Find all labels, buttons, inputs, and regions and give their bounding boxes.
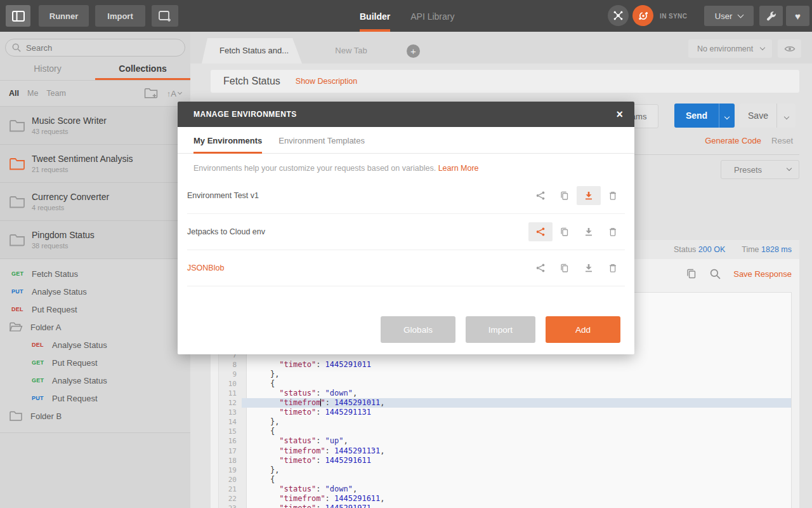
tab-collections[interactable]: Collections [95, 60, 190, 80]
share-icon [535, 190, 546, 201]
request-item[interactable]: GETPut Request [0, 354, 190, 371]
code-line[interactable]: 15 { [219, 427, 791, 436]
add-folder-button[interactable] [144, 88, 158, 99]
sort-button[interactable]: ↑A [167, 89, 181, 98]
sidebar-toggle-button[interactable] [6, 5, 30, 27]
line-number: 20 [219, 475, 242, 485]
request-item[interactable]: DELPut Request [0, 300, 190, 318]
request-item[interactable]: PUTAnalyse Status [0, 283, 190, 300]
code-line[interactable]: 13 "timeto": 1445291131 [219, 408, 791, 417]
request-tab-new[interactable]: New Tab [301, 38, 401, 64]
tab-history[interactable]: History [0, 60, 95, 80]
filter-all[interactable]: All [9, 89, 19, 98]
environment-name[interactable]: Environment Test v1 [187, 191, 259, 200]
code-line[interactable]: 14 }, [219, 417, 791, 427]
folder-item[interactable]: Folder A [0, 318, 190, 336]
code-line[interactable]: 16 "status": "up", [219, 436, 791, 446]
learn-more-link[interactable]: Learn More [438, 164, 479, 173]
filter-me[interactable]: Me [27, 89, 38, 98]
delete-environment-button[interactable] [601, 186, 625, 205]
save-button[interactable]: Save [740, 104, 776, 128]
code-line[interactable]: 17 "timefrom": 1445291131, [219, 446, 791, 456]
runner-button[interactable]: Runner [39, 5, 89, 27]
request-name: Analyse Status [32, 287, 87, 297]
reset-link[interactable]: Reset [771, 136, 793, 145]
trash-icon [608, 190, 618, 201]
close-icon[interactable]: × [616, 109, 623, 120]
settings-button[interactable] [759, 6, 783, 26]
copy-response-button[interactable] [686, 268, 697, 279]
add-tab-button[interactable]: + [407, 44, 420, 58]
duplicate-icon [560, 190, 570, 201]
duplicate-environment-button[interactable] [553, 222, 577, 241]
import-button[interactable]: Import [95, 5, 145, 27]
collection-item[interactable]: Tweet Sentiment Analysis21 requests [0, 145, 190, 183]
tab-environment-templates[interactable]: Environment Templates [278, 127, 365, 154]
request-item[interactable]: PUTPut Request [0, 389, 190, 407]
time-value: 1828 ms [761, 245, 792, 254]
modal-tabs: My Environments Environment Templates [178, 127, 634, 154]
share-environment-button[interactable] [528, 258, 553, 277]
share-environment-button[interactable] [528, 186, 553, 205]
tab-my-environments[interactable]: My Environments [193, 127, 262, 154]
import-environment-button[interactable]: Import [466, 316, 535, 343]
environment-selector[interactable]: No environment [688, 39, 772, 58]
collection-item[interactable]: Pingdom Status38 requests [0, 221, 190, 259]
filter-team[interactable]: Team [46, 89, 66, 98]
code-line[interactable]: 23 "timeto": 1445291971 [219, 504, 791, 508]
environment-preview-button[interactable] [778, 39, 801, 58]
search-response-button[interactable] [710, 269, 721, 279]
line-content: }, [242, 465, 791, 475]
request-item[interactable]: GETAnalyse Status [0, 371, 190, 389]
download-environment-button[interactable] [577, 186, 601, 205]
request-name: Put Request [52, 358, 98, 368]
save-options-button[interactable] [776, 104, 796, 128]
folder-item[interactable]: Folder B [0, 407, 190, 425]
code-line[interactable]: 8 "timeto": 1445291011 [219, 360, 791, 370]
collection-item[interactable]: Currency Converter4 requests [0, 183, 190, 221]
new-window-button[interactable] [152, 5, 178, 27]
code-line[interactable]: 9 }, [219, 370, 791, 379]
window-plus-icon [159, 10, 171, 22]
line-content: "timeto": 1445291971 [242, 504, 791, 508]
nav-tab-api-library[interactable]: API Library [410, 0, 454, 32]
delete-environment-button[interactable] [601, 258, 625, 277]
download-environment-button[interactable] [577, 222, 601, 241]
duplicate-environment-button[interactable] [553, 258, 577, 277]
code-line[interactable]: 19 }, [219, 465, 791, 475]
code-line[interactable]: 10 { [219, 379, 791, 389]
send-button[interactable]: Send [674, 104, 719, 128]
add-environment-button[interactable]: Add [546, 316, 620, 343]
code-line[interactable]: 20 { [219, 475, 791, 485]
environment-name[interactable]: JSONBlob [187, 264, 224, 272]
environment-name[interactable]: Jetpacks to Cloud env [187, 227, 265, 236]
generate-code-link[interactable]: Generate Code [705, 136, 761, 145]
download-environment-button[interactable] [577, 258, 601, 277]
code-line[interactable]: 21 "status": "down", [219, 485, 791, 494]
code-line[interactable]: 12 "timefrom": 1445291011, [219, 398, 791, 408]
user-menu-button[interactable]: User [704, 6, 754, 26]
proxy-button[interactable] [608, 5, 629, 26]
code-line[interactable]: 11 "status": "down", [219, 389, 791, 398]
request-tab-active[interactable]: Fetch Status and... [202, 38, 302, 64]
request-item[interactable]: DELAnalyse Status [0, 336, 190, 354]
code-line[interactable]: 18 "timeto": 1445291611 [219, 456, 791, 465]
save-response-link[interactable]: Save Response [733, 269, 792, 279]
duplicate-environment-button[interactable] [553, 186, 577, 205]
send-options-button[interactable] [719, 104, 735, 128]
line-number: 16 [219, 436, 242, 446]
code-line[interactable]: 22 "timefrom": 1445291611, [219, 494, 791, 504]
globals-button[interactable]: Globals [381, 316, 455, 343]
nav-tab-builder[interactable]: Builder [360, 0, 390, 32]
request-item[interactable]: GETFetch Status [0, 265, 190, 283]
favorites-button[interactable]: ♥ [786, 6, 809, 26]
sync-button[interactable] [632, 5, 653, 26]
status-item: Status 200 OK [674, 245, 725, 254]
collection-item[interactable]: Music Score Writer43 requests [0, 107, 190, 145]
delete-environment-button[interactable] [601, 222, 625, 241]
show-description-link[interactable]: Show Description [296, 77, 357, 86]
search-input[interactable] [26, 43, 178, 53]
method-badge: PUT [11, 288, 32, 295]
presets-dropdown[interactable]: Presets [721, 160, 799, 179]
share-environment-button[interactable] [528, 222, 553, 241]
